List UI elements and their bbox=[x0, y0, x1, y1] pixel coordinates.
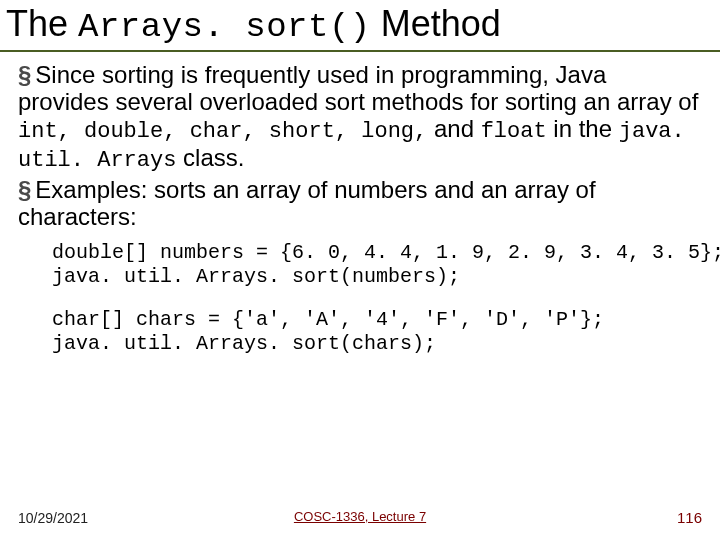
bullet-icon: § bbox=[18, 176, 31, 203]
code-gap bbox=[52, 288, 702, 308]
p1-code1: int, double, char, short, long, bbox=[18, 119, 427, 144]
slide: The Arrays. sort() Method §Since sorting… bbox=[0, 0, 720, 540]
bullet-icon: § bbox=[18, 61, 31, 88]
code-line: java. util. Arrays. sort(numbers); bbox=[52, 265, 460, 288]
p1-seg3: in the bbox=[547, 115, 619, 142]
slide-title: The Arrays. sort() Method bbox=[6, 4, 714, 46]
code-line: double[] numbers = {6. 0, 4. 4, 1. 9, 2.… bbox=[52, 241, 720, 264]
footer-page: 116 bbox=[677, 509, 702, 526]
body: §Since sorting is frequently used in pro… bbox=[0, 62, 720, 355]
title-post: Method bbox=[371, 3, 501, 44]
title-row: The Arrays. sort() Method bbox=[0, 0, 720, 48]
p1-seg4: class. bbox=[176, 144, 244, 171]
p1-seg2: and bbox=[427, 115, 480, 142]
title-code: Arrays. sort() bbox=[78, 8, 371, 46]
code-block: double[] numbers = {6. 0, 4. 4, 1. 9, 2.… bbox=[18, 235, 702, 355]
footer-date: 10/29/2021 bbox=[18, 510, 88, 526]
p1-code2: float bbox=[481, 119, 547, 144]
p1-seg1: Since sorting is frequently used in prog… bbox=[18, 61, 698, 115]
footer-center: COSC-1336, Lecture 7 bbox=[294, 509, 426, 524]
code-line: java. util. Arrays. sort(chars); bbox=[52, 332, 436, 355]
title-pre: The bbox=[6, 3, 78, 44]
paragraph-2: §Examples: sorts an array of numbers and… bbox=[18, 177, 702, 231]
p2-seg1: Examples: sorts an array of numbers and … bbox=[18, 176, 596, 230]
title-rule bbox=[0, 50, 720, 52]
paragraph-1: §Since sorting is frequently used in pro… bbox=[18, 62, 702, 173]
footer: 10/29/2021 COSC-1336, Lecture 7 116 bbox=[0, 509, 720, 526]
code-line: char[] chars = {'a', 'A', '4', 'F', 'D',… bbox=[52, 308, 604, 331]
